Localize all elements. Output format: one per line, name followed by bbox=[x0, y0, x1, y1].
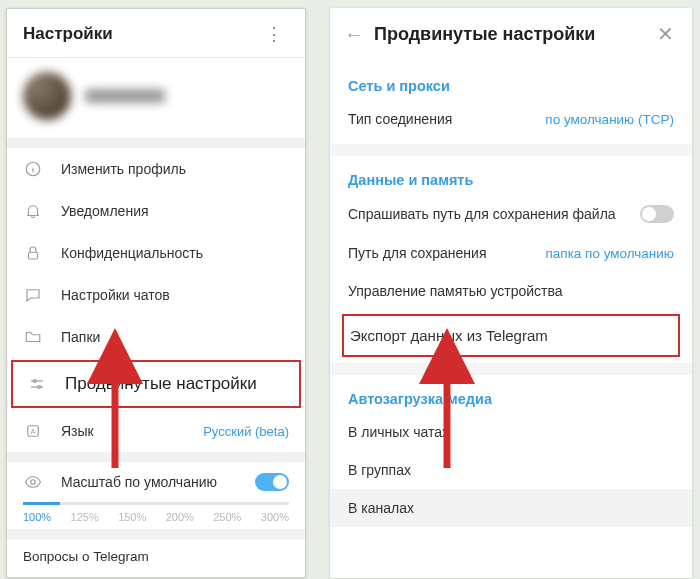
row-label: Спрашивать путь для сохранения файла bbox=[348, 206, 616, 222]
item-notifications[interactable]: Уведомления bbox=[7, 190, 305, 232]
item-label: Продвинутые настройки bbox=[65, 374, 257, 394]
item-chat-settings[interactable]: Настройки чатов bbox=[7, 274, 305, 316]
info-icon bbox=[23, 159, 43, 179]
section-header: Сеть и прокси bbox=[348, 68, 674, 100]
svg-rect-3 bbox=[29, 252, 38, 259]
row-label: Управление памятью устройства bbox=[348, 283, 563, 299]
row-label: Тип соединения bbox=[348, 111, 452, 127]
scale-block: Масштаб по умолчанию 100% 125% 150% 200%… bbox=[7, 462, 305, 529]
eye-icon bbox=[23, 472, 43, 492]
row-value: папка по умолчанию bbox=[546, 246, 675, 261]
item-label: Конфиденциальность bbox=[61, 245, 203, 261]
row-auto-private[interactable]: В личных чатах bbox=[348, 413, 674, 451]
item-folders[interactable]: Папки bbox=[7, 316, 305, 358]
separator bbox=[7, 138, 305, 148]
item-label: Уведомления bbox=[61, 203, 149, 219]
item-language[interactable]: A Язык Русский (beta) bbox=[7, 410, 305, 452]
scale-toggle[interactable] bbox=[255, 473, 289, 491]
language-icon: A bbox=[23, 421, 43, 441]
advanced-title: Продвинутые настройки bbox=[374, 24, 653, 45]
back-icon[interactable]: ← bbox=[340, 23, 374, 46]
folder-icon bbox=[23, 327, 43, 347]
item-label: Папки bbox=[61, 329, 100, 345]
tick[interactable]: 250% bbox=[213, 511, 241, 523]
ask-path-toggle[interactable] bbox=[640, 205, 674, 223]
chat-icon bbox=[23, 285, 43, 305]
language-value: Русский (beta) bbox=[203, 424, 289, 439]
row-label: Экспорт данных из Telegram bbox=[350, 327, 548, 344]
row-value: по умолчанию (TCP) bbox=[545, 112, 674, 127]
row-storage[interactable]: Управление памятью устройства bbox=[348, 272, 674, 310]
separator bbox=[7, 529, 305, 539]
lock-icon bbox=[23, 243, 43, 263]
tick[interactable]: 200% bbox=[166, 511, 194, 523]
row-label: В группах bbox=[348, 462, 411, 478]
item-ask[interactable]: Задать вопрос bbox=[7, 574, 305, 579]
row-export-data[interactable]: Экспорт данных из Telegram bbox=[342, 314, 680, 357]
tick[interactable]: 100% bbox=[23, 511, 51, 523]
separator bbox=[330, 144, 692, 156]
profile-name bbox=[85, 89, 165, 103]
item-label: Настройки чатов bbox=[61, 287, 170, 303]
advanced-header: ← Продвинутые настройки ✕ bbox=[330, 8, 692, 60]
svg-point-10 bbox=[31, 480, 36, 485]
close-icon[interactable]: ✕ bbox=[653, 22, 678, 46]
row-save-path[interactable]: Путь для сохранения папка по умолчанию bbox=[348, 234, 674, 272]
svg-text:A: A bbox=[30, 427, 35, 436]
scale-row[interactable]: Масштаб по умолчанию bbox=[23, 472, 289, 492]
row-auto-groups[interactable]: В группах bbox=[348, 451, 674, 489]
item-edit-profile[interactable]: Изменить профиль bbox=[7, 148, 305, 190]
scale-ticks: 100% 125% 150% 200% 250% 300% bbox=[23, 511, 289, 523]
section-header: Данные и память bbox=[348, 162, 674, 194]
row-label: В каналах bbox=[348, 500, 414, 516]
scale-slider[interactable] bbox=[23, 502, 289, 505]
scale-label: Масштаб по умолчанию bbox=[61, 474, 217, 490]
section-network: Сеть и прокси Тип соединения по умолчани… bbox=[330, 60, 692, 531]
row-auto-channels[interactable]: В каналах bbox=[330, 489, 692, 527]
row-ask-path[interactable]: Спрашивать путь для сохранения файла bbox=[348, 194, 674, 234]
tick[interactable]: 150% bbox=[118, 511, 146, 523]
avatar bbox=[23, 72, 71, 120]
more-icon[interactable]: ⋮ bbox=[259, 23, 289, 45]
settings-title: Настройки bbox=[23, 24, 113, 44]
row-label: Путь для сохранения bbox=[348, 245, 486, 261]
section-header: Автозагрузка медиа bbox=[348, 381, 674, 413]
item-label: Язык bbox=[61, 423, 94, 439]
item-faq[interactable]: Вопросы о Telegram bbox=[7, 539, 305, 574]
bell-icon bbox=[23, 201, 43, 221]
separator bbox=[7, 452, 305, 462]
profile-block[interactable] bbox=[7, 58, 305, 138]
advanced-panel: ← Продвинутые настройки ✕ Сеть и прокси … bbox=[330, 8, 692, 578]
item-privacy[interactable]: Конфиденциальность bbox=[7, 232, 305, 274]
settings-panel: Настройки ⋮ Изменить профиль Уведомления… bbox=[6, 8, 306, 578]
separator bbox=[330, 363, 692, 375]
tick[interactable]: 300% bbox=[261, 511, 289, 523]
row-label: В личных чатах bbox=[348, 424, 449, 440]
item-advanced[interactable]: Продвинутые настройки bbox=[11, 360, 301, 408]
item-label: Изменить профиль bbox=[61, 161, 186, 177]
row-connection-type[interactable]: Тип соединения по умолчанию (TCP) bbox=[348, 100, 674, 138]
settings-header: Настройки ⋮ bbox=[7, 9, 305, 58]
tick[interactable]: 125% bbox=[71, 511, 99, 523]
sliders-icon bbox=[27, 374, 47, 394]
